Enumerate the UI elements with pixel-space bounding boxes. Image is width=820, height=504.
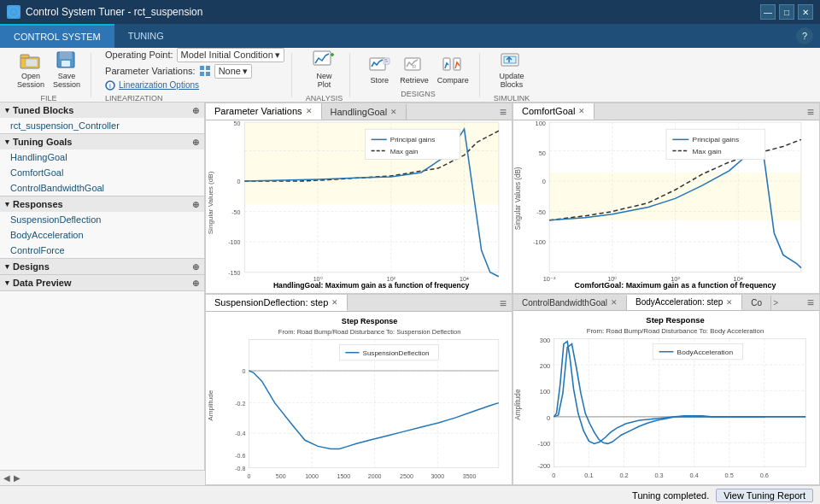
designs-collapse-arrow[interactable]: ▾ — [5, 262, 9, 271]
suspension-deflection-chart: Step Response From: Road Bump/Road Distu… — [206, 312, 512, 481]
top-right-tabs: ComfortGoal ✕ ≡ — [513, 103, 819, 120]
left-panel-item-control-force[interactable]: ControlForce — [0, 243, 204, 258]
svg-text:1000: 1000 — [305, 473, 319, 480]
svg-point-1 — [12, 10, 15, 14]
responses-collapse-arrow[interactable]: ▾ — [5, 200, 9, 208]
svg-text:Step Response: Step Response — [342, 317, 397, 325]
svg-text:R: R — [413, 64, 417, 69]
open-session-button[interactable]: OpenSession — [14, 48, 48, 91]
svg-text:S: S — [384, 58, 388, 63]
minimize-button[interactable]: — — [760, 4, 776, 20]
tab-handling-goal-close[interactable]: ✕ — [390, 108, 397, 116]
responses-section: ▾ Responses ⊕ SuspensionDeflection BodyA… — [0, 196, 204, 259]
top-left-options-btn[interactable]: ≡ — [495, 105, 512, 119]
left-panel-item-control-bandwidth-goal[interactable]: ControlBandwidthGoal — [0, 180, 204, 196]
update-blocks-button[interactable]: UpdateBlocks — [495, 48, 527, 91]
tab-co[interactable]: Co — [742, 296, 771, 310]
tuned-blocks-header[interactable]: ▾ Tuned Blocks ⊕ — [0, 103, 204, 118]
compare-button[interactable]: Compare — [434, 52, 472, 86]
tab-body-acceleration-step[interactable]: BodyAcceleration: step ✕ — [627, 295, 742, 310]
designs-section: S Store R Retrieve — [357, 53, 480, 97]
top-right-plot: ComfortGoal ✕ ≡ — [512, 103, 820, 294]
left-panel-item-body-acceleration[interactable]: BodyAcceleration — [0, 227, 204, 243]
svg-text:Max gain: Max gain — [390, 148, 419, 155]
tab-comfort-goal-close[interactable]: ✕ — [578, 107, 585, 115]
left-panel-item-comfort-goal[interactable]: ComfortGoal — [0, 165, 204, 180]
tuned-blocks-collapse-arrow[interactable]: ▾ — [5, 106, 9, 114]
bottom-right-options-btn[interactable]: ≡ — [802, 296, 819, 309]
close-button[interactable]: ✕ — [798, 4, 813, 20]
left-scroll-left-btn[interactable]: ◀ — [3, 473, 10, 483]
tuned-blocks-options[interactable]: ⊕ — [192, 106, 199, 115]
svg-text:0: 0 — [247, 473, 250, 480]
save-session-icon — [55, 50, 79, 70]
tab-parameter-variations[interactable]: Parameter Variations ✕ — [206, 103, 322, 120]
param-variations-dropdown[interactable]: None ▾ — [214, 64, 252, 79]
top-right-options-btn[interactable]: ≡ — [802, 105, 819, 119]
svg-text:0.4: 0.4 — [690, 472, 699, 479]
tuning-goals-options[interactable]: ⊕ — [192, 138, 199, 147]
tab-parameter-variations-close[interactable]: ✕ — [306, 107, 313, 115]
file-buttons: OpenSession SaveSession — [14, 48, 84, 91]
svg-text:0: 0 — [237, 179, 240, 185]
tuning-goals-header[interactable]: ▾ Tuning Goals ⊕ — [0, 134, 204, 149]
menu-tab-tuning[interactable]: TUNING — [114, 24, 178, 48]
svg-text:-0.6: -0.6 — [235, 453, 245, 460]
svg-text:300: 300 — [540, 337, 550, 344]
svg-text:-200: -200 — [537, 462, 550, 470]
tab-handling-goal[interactable]: HandlingGoal ✕ — [322, 104, 407, 120]
new-plot-icon — [312, 50, 336, 70]
maximize-button[interactable]: □ — [779, 4, 794, 20]
tab-control-bandwidth-goal[interactable]: ControlBandwidthGoal ✕ — [513, 296, 627, 310]
file-section: OpenSession SaveSession FILE — [7, 53, 91, 97]
tab-body-acceleration-step-close[interactable]: ✕ — [726, 298, 733, 307]
retrieve-button[interactable]: R Retrieve — [396, 52, 432, 86]
svg-text:From: Road Bump/Road Disturban: From: Road Bump/Road Disturbance To: Bod… — [587, 328, 764, 336]
menu-tab-control-system[interactable]: CONTROL SYSTEM — [0, 24, 114, 48]
top-left-tabs: Parameter Variations ✕ HandlingGoal ✕ ≡ — [206, 103, 512, 120]
svg-text:50: 50 — [539, 149, 546, 157]
designs-panel-options[interactable]: ⊕ — [192, 262, 199, 272]
data-preview-header[interactable]: ▾ Data Preview ⊕ — [0, 275, 204, 290]
tab-suspension-deflection-step-close[interactable]: ✕ — [331, 298, 338, 307]
new-plot-button[interactable]: NewPlot — [308, 48, 339, 91]
data-preview-options[interactable]: ⊕ — [192, 278, 199, 288]
left-scroll-right-btn[interactable]: ▶ — [14, 473, 20, 483]
title-bar-controls[interactable]: — □ ✕ — [760, 4, 813, 20]
bottom-left-options-btn[interactable]: ≡ — [495, 296, 512, 310]
left-panel-item-suspension-deflection[interactable]: SuspensionDeflection — [0, 212, 204, 227]
title-bar: Control System Tuner - rct_suspension — … — [0, 0, 820, 24]
svg-text:SuspensionDeflection: SuspensionDeflection — [363, 349, 430, 357]
param-variations-label: Parameter Variations: — [105, 66, 196, 76]
save-session-button[interactable]: SaveSession — [50, 48, 84, 91]
store-label: Store — [370, 76, 389, 85]
tab-suspension-deflection-step[interactable]: SuspensionDeflection: step ✕ — [206, 295, 348, 311]
left-panel-item-handling-goal[interactable]: HandlingGoal — [0, 149, 204, 165]
view-tuning-report-button[interactable]: View Tuning Report — [716, 489, 813, 502]
svg-text:500: 500 — [276, 473, 286, 480]
tab-comfort-goal[interactable]: ComfortGoal ✕ — [513, 103, 594, 120]
tab-scroll-right[interactable]: > — [771, 298, 780, 308]
help-button[interactable]: ? — [796, 27, 813, 44]
svg-text:3500: 3500 — [463, 473, 477, 480]
svg-text:From: Road Bump/Road Disturban: From: Road Bump/Road Disturbance To: Sus… — [278, 328, 461, 336]
tab-suspension-deflection-step-label: SuspensionDeflection: step — [214, 297, 328, 308]
svg-text:0: 0 — [542, 178, 546, 185]
tuning-goals-collapse-arrow[interactable]: ▾ — [5, 138, 9, 146]
simulink-section: UpdateBlocks SIMULINK — [487, 53, 537, 97]
responses-header[interactable]: ▾ Responses ⊕ — [0, 196, 204, 212]
svg-rect-11 — [206, 72, 210, 76]
designs-panel-header[interactable]: ▾ Designs ⊕ — [0, 259, 204, 274]
data-preview-collapse-arrow[interactable]: ▾ — [5, 278, 9, 287]
svg-text:Singular Values (dB): Singular Values (dB) — [514, 167, 522, 230]
operating-point-value: Model Initial Condition — [181, 50, 273, 60]
tab-control-bandwidth-goal-close[interactable]: ✕ — [611, 298, 618, 307]
responses-options[interactable]: ⊕ — [192, 200, 199, 209]
store-button[interactable]: S Store — [364, 52, 395, 86]
tuning-goals-title: Tuning Goals — [13, 137, 72, 147]
file-section-label: FILE — [41, 94, 57, 103]
linearization-options-row[interactable]: i Linearization Options — [105, 80, 199, 91]
svg-rect-7 — [62, 61, 70, 67]
operating-point-dropdown[interactable]: Model Initial Condition ▾ — [177, 48, 284, 62]
left-panel-item-controller[interactable]: rct_suspension_Controller — [0, 118, 204, 133]
